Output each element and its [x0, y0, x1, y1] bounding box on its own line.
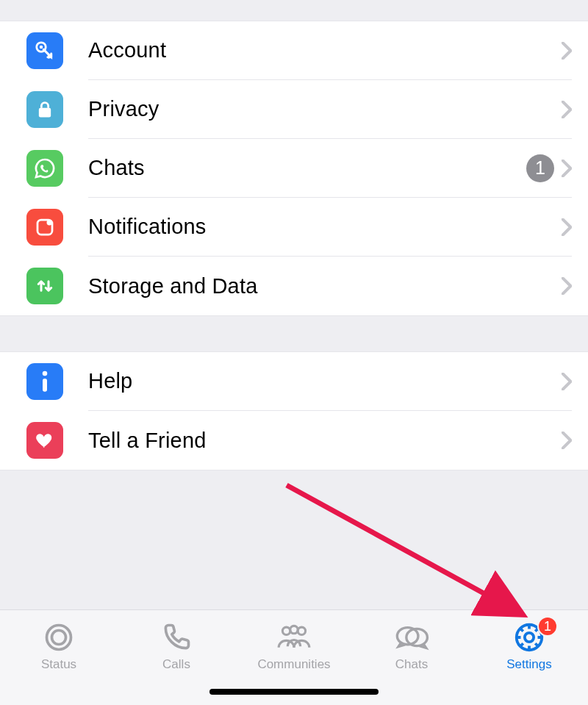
settings-row-storage[interactable]: Storage and Data [0, 257, 588, 315]
key-icon [26, 32, 63, 69]
settings-row-account[interactable]: Account [0, 21, 588, 80]
settings-row-label: Notifications [88, 215, 562, 239]
chevron-right-icon [562, 101, 572, 118]
heart-icon [26, 422, 63, 459]
tab-label: Status [41, 657, 76, 672]
svg-point-15 [525, 633, 534, 642]
settings-row-label: Storage and Data [88, 274, 562, 298]
communities-icon [275, 619, 313, 656]
svg-rect-2 [39, 108, 51, 118]
settings-section-main: Account Privacy Chats [0, 21, 588, 316]
tab-label: Calls [162, 657, 190, 672]
tab-settings[interactable]: Settings 1 [474, 619, 584, 672]
tab-communities[interactable]: Communities [239, 619, 349, 672]
storage-arrows-icon [26, 268, 63, 304]
tab-status[interactable]: Status [4, 619, 114, 672]
whatsapp-icon [26, 150, 63, 187]
tab-chats[interactable]: Chats [356, 619, 467, 672]
svg-rect-6 [43, 379, 47, 392]
tab-label: Chats [395, 657, 428, 672]
lock-icon [26, 91, 63, 128]
settings-row-label: Tell a Friend [88, 429, 562, 453]
svg-point-5 [43, 371, 48, 376]
status-icon [43, 619, 75, 656]
tab-label: Settings [506, 657, 551, 672]
svg-point-7 [47, 626, 71, 650]
settings-row-label: Privacy [88, 97, 562, 121]
svg-line-16 [287, 485, 514, 610]
settings-row-label: Chats [88, 156, 526, 180]
home-indicator [209, 689, 379, 695]
settings-row-chats[interactable]: Chats 1 [0, 139, 588, 198]
chevron-right-icon [562, 160, 572, 177]
chevron-right-icon [562, 373, 572, 390]
tab-badge: 1 [537, 616, 558, 637]
settings-row-label: Account [88, 38, 562, 62]
svg-point-1 [40, 46, 43, 49]
svg-point-4 [47, 220, 53, 226]
tab-label: Communities [257, 657, 330, 672]
chevron-right-icon [562, 432, 572, 449]
settings-row-notifications[interactable]: Notifications [0, 198, 588, 257]
chats-icon [393, 619, 430, 656]
settings-row-tell-friend[interactable]: Tell a Friend [0, 411, 588, 470]
chevron-right-icon [562, 277, 572, 295]
settings-row-privacy[interactable]: Privacy [0, 80, 588, 139]
phone-icon [160, 619, 193, 656]
notification-square-icon [26, 209, 63, 246]
settings-row-help[interactable]: Help [0, 352, 588, 411]
svg-point-9 [282, 627, 290, 634]
settings-section-support: Help Tell a Friend [0, 351, 588, 470]
svg-point-8 [51, 630, 65, 644]
row-badge: 1 [526, 154, 554, 182]
tab-calls[interactable]: Calls [121, 619, 232, 672]
settings-row-label: Help [88, 369, 562, 393]
svg-point-10 [290, 626, 298, 633]
svg-point-11 [298, 627, 305, 634]
chevron-right-icon [562, 42, 572, 60]
info-icon [26, 363, 63, 400]
chevron-right-icon [562, 218, 572, 236]
